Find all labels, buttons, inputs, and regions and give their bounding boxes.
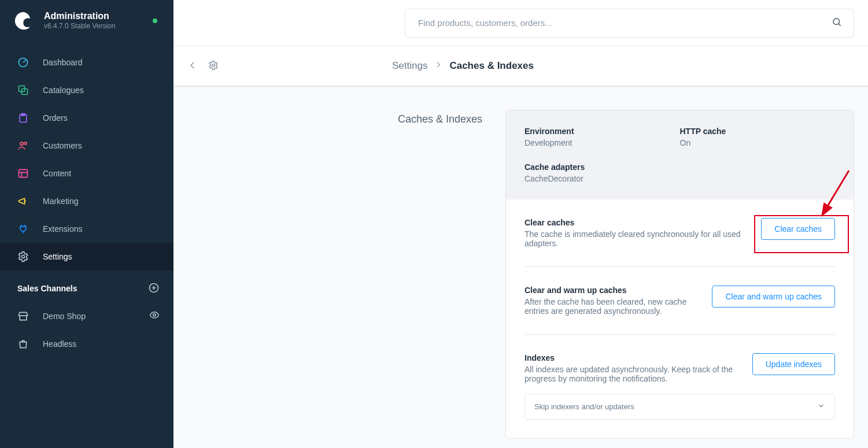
chevron-down-icon	[817, 402, 825, 412]
page-title: Caches & Indexes	[286, 110, 482, 439]
gauge-icon	[17, 57, 29, 68]
page-settings-gear-icon[interactable]	[208, 60, 219, 72]
sidebar-item-label: Dashboard	[43, 58, 83, 67]
content-area: Caches & Indexes Environment Development…	[173, 87, 868, 448]
status-indicator-dot	[153, 18, 157, 23]
eye-icon[interactable]	[149, 310, 160, 322]
sidebar-item-customers[interactable]: Customers	[0, 132, 173, 160]
sidebar-item-orders[interactable]: Orders	[0, 104, 173, 132]
caches-card: Environment Development HTTP cache On Ca…	[505, 110, 854, 439]
warm-caches-button[interactable]: Clear and warm up caches	[712, 286, 835, 308]
layers-icon	[17, 84, 29, 96]
sidebar-item-label: Catalogues	[43, 86, 84, 95]
warm-caches-desc: After the cache has been cleared, new ca…	[525, 297, 698, 316]
env-label: Environment	[525, 127, 680, 136]
sidebar: Administration v6.4.7.0 Stable Version D…	[0, 0, 173, 448]
sidebar-item-label: Content	[43, 169, 71, 178]
search-input[interactable]	[417, 17, 832, 28]
sidebar-item-label: Extensions	[43, 224, 82, 234]
breadcrumb-bar: Settings Caches & Indexes	[173, 46, 868, 87]
top-bar	[173, 0, 868, 46]
sidebar-item-settings[interactable]: Settings	[0, 243, 173, 271]
indexes-desc: All indexes are updated asynchronously. …	[525, 365, 738, 383]
svg-point-10	[833, 18, 840, 25]
sidebar-item-content[interactable]: Content	[0, 160, 173, 187]
warm-caches-row: Clear and warm up caches After the cache…	[525, 267, 835, 335]
megaphone-icon	[17, 195, 29, 207]
http-cache-info: HTTP cache On	[680, 127, 836, 147]
svg-point-11	[212, 64, 215, 66]
add-sales-channel-icon[interactable]	[148, 282, 160, 295]
chevron-right-icon	[434, 60, 442, 72]
plug-icon	[17, 223, 29, 235]
breadcrumb: Settings Caches & Indexes	[392, 60, 534, 72]
sidebar-header: Administration v6.4.7.0 Stable Version	[0, 0, 173, 42]
cache-adapters-info: Cache adapters CacheDecorator	[525, 162, 680, 183]
sidebar-item-dashboard[interactable]: Dashboard	[0, 49, 173, 76]
bag-icon	[17, 338, 29, 350]
card-info-header: Environment Development HTTP cache On Ca…	[506, 110, 854, 199]
global-search[interactable]	[405, 9, 854, 38]
svg-point-4	[20, 142, 23, 145]
sales-channel-demo-shop[interactable]: Demo Shop	[0, 302, 173, 330]
search-icon	[832, 17, 842, 29]
back-icon[interactable]	[187, 60, 198, 72]
clipboard-icon	[17, 112, 29, 124]
warm-caches-title: Clear and warm up caches	[525, 286, 698, 295]
sidebar-item-catalogues[interactable]: Catalogues	[0, 76, 173, 104]
sidebar-item-label: Settings	[43, 252, 72, 261]
update-indexes-button[interactable]: Update indexes	[752, 353, 835, 375]
breadcrumb-current: Caches & Indexes	[449, 60, 534, 72]
app-title: Administration	[44, 10, 115, 21]
sales-channels-title: Sales Channels	[17, 284, 77, 293]
indexes-title: Indexes	[525, 353, 738, 362]
env-info: Environment Development	[525, 127, 680, 147]
clear-caches-title: Clear caches	[525, 218, 747, 227]
storefront-icon	[17, 310, 29, 322]
sidebar-item-label: Marketing	[43, 197, 78, 206]
app-logo	[14, 11, 34, 31]
clear-caches-desc: The cache is immediately cleared synchro…	[525, 229, 747, 248]
content-icon	[17, 168, 29, 179]
main-area: Settings Caches & Indexes Caches & Index…	[173, 0, 868, 448]
app-version: v6.4.7.0 Stable Version	[44, 21, 115, 31]
svg-point-5	[24, 142, 27, 145]
sidebar-item-extensions[interactable]: Extensions	[0, 215, 173, 243]
sales-channel-headless[interactable]: Headless	[0, 330, 173, 358]
indexes-row: Indexes All indexes are updated asynchro…	[525, 335, 835, 389]
svg-point-9	[153, 314, 156, 317]
cache-adapters-label: Cache adapters	[525, 162, 680, 172]
sales-channel-label: Headless	[43, 339, 76, 349]
skip-indexers-select[interactable]: Skip indexers and/or updaters	[525, 394, 835, 420]
people-icon	[17, 140, 29, 151]
env-value: Development	[525, 138, 680, 147]
sidebar-item-marketing[interactable]: Marketing	[0, 187, 173, 215]
main-nav: Dashboard Catalogues Orders Customers Co…	[0, 49, 173, 271]
sidebar-item-label: Orders	[43, 113, 68, 123]
http-cache-value: On	[680, 138, 836, 147]
gear-icon	[17, 251, 29, 262]
breadcrumb-parent[interactable]: Settings	[392, 60, 427, 72]
sidebar-item-label: Customers	[43, 141, 82, 150]
clear-caches-button[interactable]: Clear caches	[761, 218, 835, 240]
sales-channel-label: Demo Shop	[43, 312, 149, 321]
cache-adapters-value: CacheDecorator	[525, 174, 680, 183]
clear-caches-row: Clear caches The cache is immediately cl…	[525, 199, 835, 267]
svg-rect-6	[19, 169, 28, 177]
skip-indexers-label: Skip indexers and/or updaters	[534, 402, 634, 411]
http-cache-label: HTTP cache	[680, 127, 836, 136]
sales-channels-header: Sales Channels	[0, 271, 173, 302]
svg-point-7	[22, 255, 25, 258]
